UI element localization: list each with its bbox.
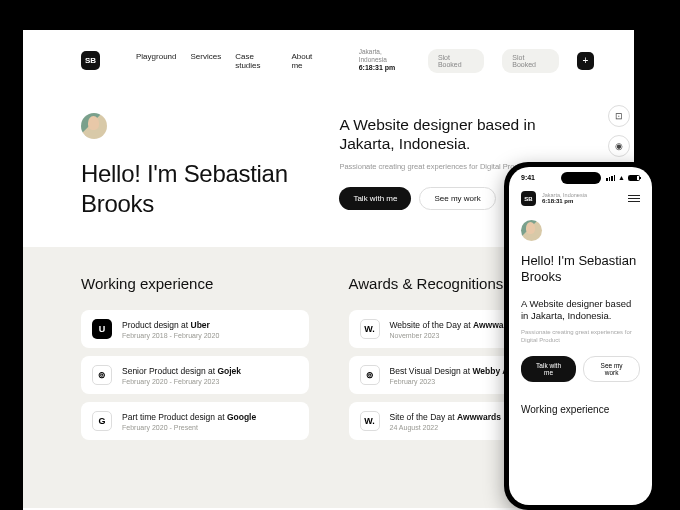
exp-dates: February 2020 - Present xyxy=(122,424,256,431)
brand-logo[interactable]: SB xyxy=(81,51,100,70)
time-text: 6:18:31 pm xyxy=(359,64,410,73)
slot-button-1[interactable]: Slot Booked xyxy=(428,49,484,73)
awwwards-icon: W. xyxy=(360,319,380,339)
phone-frame: 9:41 ▲ SB Jakarta, Indonesia 6:18:31 pm xyxy=(504,162,657,510)
hamburger-icon[interactable] xyxy=(628,195,640,203)
phone-subtitle: Passionate creating great experiences fo… xyxy=(521,329,640,345)
google-icon: G xyxy=(92,411,112,431)
exp-title: Product design at Uber xyxy=(122,320,219,330)
webby-icon: ⊚ xyxy=(360,365,380,385)
phone-time-text: 6:18:31 pm xyxy=(542,198,587,205)
talk-button[interactable]: Talk with me xyxy=(339,187,411,210)
status-clock: 9:41 xyxy=(521,174,535,181)
nav-links: Playground Services Case studies About m… xyxy=(136,52,323,70)
exp-title: Part time Product design at Google xyxy=(122,412,256,422)
add-button[interactable]: + xyxy=(577,52,594,70)
phone-cta-row: Talk with me See my work xyxy=(521,356,640,382)
phone-avatar xyxy=(521,220,542,241)
phone-see-work-button[interactable]: See my work xyxy=(583,356,640,382)
see-work-button[interactable]: See my work xyxy=(419,187,495,210)
exp-title: Senior Product design at Gojek xyxy=(122,366,241,376)
award-title: Website of the Day at Awwwards xyxy=(390,320,517,330)
exp-dates: February 2018 - February 2020 xyxy=(122,332,219,339)
wifi-icon: ▲ xyxy=(618,174,625,181)
battery-icon xyxy=(628,175,640,181)
exp-dates: February 2020 - February 2023 xyxy=(122,378,241,385)
award-dates: 24 August 2022 xyxy=(390,424,501,431)
phone-hero: Hello! I'm Sebastian Brooks A Website de… xyxy=(509,212,652,415)
phone-nav: SB Jakarta, Indonesia 6:18:31 pm xyxy=(509,181,652,212)
location-text: Jakarta, Indonesia xyxy=(359,48,410,64)
top-nav: SB Playground Services Case studies Abou… xyxy=(23,30,634,91)
experience-heading: Working experience xyxy=(81,275,309,292)
awwwards-icon: W. xyxy=(360,411,380,431)
phone-talk-button[interactable]: Talk with me xyxy=(521,356,576,382)
award-dates: November 2023 xyxy=(390,332,517,339)
exp-card-google[interactable]: G Part time Product design at Google Feb… xyxy=(81,402,309,440)
experience-col: Working experience U Product design at U… xyxy=(81,275,309,448)
award-title: Site of the Day at Awwwards xyxy=(390,412,501,422)
nav-casestudies[interactable]: Case studies xyxy=(235,52,277,70)
hero-greeting: Hello! I'm Sebastian Brooks xyxy=(81,159,329,219)
dribbble-icon[interactable]: ◉ xyxy=(608,135,630,157)
exp-card-gojek[interactable]: ⊚ Senior Product design at Gojek Februar… xyxy=(81,356,309,394)
avatar xyxy=(81,113,107,139)
locale-block: Jakarta, Indonesia 6:18:31 pm xyxy=(359,48,410,73)
gojek-icon: ⊚ xyxy=(92,365,112,385)
phone-greeting: Hello! I'm Sebastian Brooks xyxy=(521,253,640,286)
phone-screen: 9:41 ▲ SB Jakarta, Indonesia 6:18:31 pm xyxy=(509,167,652,505)
nav-about[interactable]: About me xyxy=(291,52,322,70)
phone-experience-heading: Working experience xyxy=(521,404,640,415)
hero-tagline: A Website designer based in Jakarta, Ind… xyxy=(339,115,576,154)
slot-button-2[interactable]: Slot Booked xyxy=(502,49,558,73)
uber-icon: U xyxy=(92,319,112,339)
exp-card-uber[interactable]: U Product design at Uber February 2018 -… xyxy=(81,310,309,348)
phone-brand-logo[interactable]: SB xyxy=(521,191,536,206)
dynamic-island xyxy=(561,172,601,184)
nav-playground[interactable]: Playground xyxy=(136,52,176,70)
phone-location-text: Jakarta, Indonesia xyxy=(542,192,587,199)
signal-icon xyxy=(606,175,615,181)
instagram-icon[interactable]: ⊡ xyxy=(608,105,630,127)
nav-services[interactable]: Services xyxy=(190,52,221,70)
phone-tagline: A Website designer based in Jakarta, Ind… xyxy=(521,298,640,323)
phone-locale: Jakarta, Indonesia 6:18:31 pm xyxy=(542,192,587,206)
